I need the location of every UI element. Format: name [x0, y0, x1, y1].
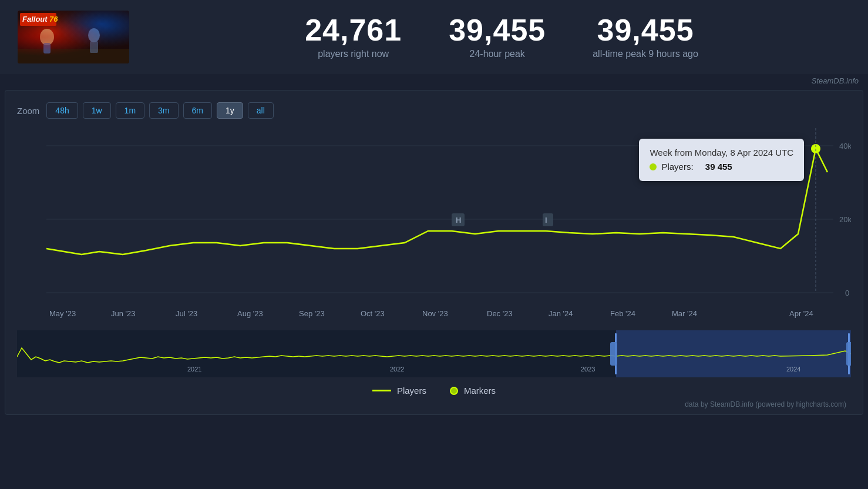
- stat-peak24h-number: 39,455: [449, 15, 546, 45]
- legend: Players Markers: [17, 386, 851, 396]
- header: Fallout 76 24,761 players right now 39,4…: [0, 0, 868, 74]
- stat-alltime-label: all-time peak 9 hours ago: [593, 49, 698, 59]
- legend-players-line: [372, 390, 391, 391]
- chart-container: Zoom 48h 1w 1m 3m 6m 1y all 40k 20k 0: [5, 90, 863, 415]
- svg-text:Sep '23: Sep '23: [299, 309, 325, 318]
- game-cover: Fallout 76: [18, 11, 129, 63]
- stats-group: 24,761 players right now 39,455 24-hour …: [153, 15, 850, 59]
- zoom-bar: Zoom 48h 1w 1m 3m 6m 1y all: [17, 102, 851, 119]
- stat-current-number: 24,761: [305, 15, 402, 45]
- svg-text:Mar '24: Mar '24: [672, 309, 697, 318]
- svg-text:Jan '24: Jan '24: [549, 309, 573, 318]
- zoom-1m[interactable]: 1m: [116, 102, 144, 119]
- stat-alltime-number: 39,455: [593, 15, 698, 45]
- stat-current-label: players right now: [305, 49, 402, 59]
- stat-peak24h-label: 24-hour peak: [449, 49, 546, 59]
- zoom-3m[interactable]: 3m: [149, 102, 178, 119]
- data-credit: data by SteamDB.info (powered by highcha…: [17, 400, 851, 408]
- svg-text:40k: 40k: [839, 142, 851, 150]
- svg-text:2023: 2023: [581, 366, 595, 373]
- svg-text:Feb '24: Feb '24: [610, 309, 635, 318]
- stat-alltime: 39,455 all-time peak 9 hours ago: [593, 15, 698, 59]
- stat-current: 24,761 players right now: [305, 15, 402, 59]
- svg-text:Nov '23: Nov '23: [422, 309, 448, 318]
- zoom-all[interactable]: all: [248, 102, 274, 119]
- svg-text:2022: 2022: [390, 366, 404, 373]
- main-chart: 40k 20k 0 H I May '23 Jun '23 Jul '23 Au…: [17, 128, 851, 328]
- svg-text:2024: 2024: [786, 366, 800, 373]
- main-chart-svg: 40k 20k 0 H I May '23 Jun '23 Jul '23 Au…: [17, 128, 851, 328]
- zoom-48h[interactable]: 48h: [46, 102, 78, 119]
- svg-text:Aug '23: Aug '23: [237, 309, 263, 318]
- svg-text:20k: 20k: [839, 215, 851, 224]
- svg-rect-45: [610, 342, 617, 366]
- svg-text:0: 0: [845, 289, 849, 297]
- svg-rect-46: [846, 342, 851, 366]
- game-cover-bg: [18, 11, 129, 63]
- zoom-1y[interactable]: 1y: [217, 102, 243, 119]
- steamdb-credit: SteamDB.info: [0, 74, 868, 88]
- svg-text:I: I: [545, 216, 547, 225]
- legend-players-label: Players: [397, 386, 426, 396]
- svg-rect-22: [543, 213, 553, 226]
- svg-text:H: H: [456, 216, 461, 225]
- svg-text:2021: 2021: [187, 366, 201, 373]
- steamdb-credit-text: SteamDB.info: [812, 76, 859, 85]
- legend-players: Players: [372, 386, 426, 396]
- svg-text:May '23: May '23: [49, 309, 76, 318]
- overview-svg: 2021 2022 2023 2024: [17, 330, 851, 377]
- legend-markers-dot: [450, 387, 458, 395]
- legend-markers: Markers: [450, 386, 496, 396]
- svg-rect-38: [616, 330, 851, 377]
- svg-text:Dec '23: Dec '23: [487, 309, 513, 318]
- zoom-6m[interactable]: 6m: [183, 102, 212, 119]
- svg-text:Oct '23: Oct '23: [361, 309, 385, 318]
- svg-text:Jul '23: Jul '23: [176, 309, 197, 318]
- zoom-1w[interactable]: 1w: [83, 102, 111, 119]
- overview-chart[interactable]: 2021 2022 2023 2024: [17, 330, 851, 377]
- svg-rect-11: [46, 128, 833, 304]
- legend-markers-label: Markers: [464, 386, 496, 396]
- stat-peak24h: 39,455 24-hour peak: [449, 15, 546, 59]
- svg-text:Jun '23: Jun '23: [111, 309, 136, 318]
- svg-text:Apr '24: Apr '24: [789, 309, 813, 318]
- zoom-label: Zoom: [17, 106, 39, 116]
